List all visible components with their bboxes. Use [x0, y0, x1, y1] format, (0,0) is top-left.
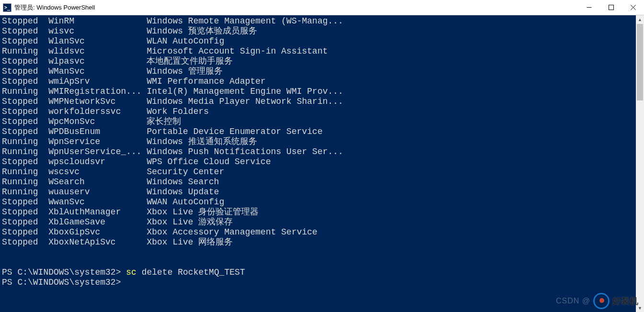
service-row: Stopped WPDBusEnum Portable Device Enume…	[2, 127, 634, 137]
command: sc	[126, 267, 141, 278]
service-row: Running wuauserv Windows Update	[2, 187, 634, 197]
service-row: Running WpnService Windows 推送通知系统服务	[2, 137, 634, 147]
window-titlebar: >_ 管理员: Windows PowerShell	[0, 0, 644, 15]
service-row: Stopped XblAuthManager Xbox Live 身份验证管理器	[2, 207, 634, 217]
service-row: Stopped WpcMonSvc 家长控制	[2, 117, 634, 127]
command-args: delete RocketMQ_TEST	[142, 267, 245, 278]
watermark: CSDN @ 好装机	[556, 293, 638, 309]
service-row: Stopped WManSvc Windows 管理服务	[2, 67, 634, 77]
prompt-prefix: PS C:\WINDOWS\system32>	[2, 278, 126, 288]
watermark-logo-icon	[593, 293, 610, 309]
service-row: Stopped XboxNetApiSvc Xbox Live 网络服务	[2, 237, 634, 247]
service-row: Stopped XblGameSave Xbox Live 游戏保存	[2, 217, 634, 227]
powershell-icon: >_	[3, 3, 11, 12]
service-row: Stopped wlpasvc 本地配置文件助手服务	[2, 56, 634, 67]
scroll-thumb[interactable]	[637, 24, 643, 100]
service-row: Stopped WlanSvc WLAN AutoConfig	[2, 36, 634, 46]
window-title: 管理员: Windows PowerShell	[14, 3, 95, 12]
service-row: Stopped wpscloudsvr WPS Office Cloud Ser…	[2, 157, 634, 167]
service-row: Stopped WwanSvc WWAN AutoConfig	[2, 197, 634, 207]
service-row: Stopped wmiApSrv WMI Performance Adapter	[2, 77, 634, 87]
service-row: Stopped XboxGipSvc Xbox Accessory Manage…	[2, 227, 634, 237]
service-row: Stopped workfolderssvc Work Folders	[2, 107, 634, 117]
prompt-line: PS C:\WINDOWS\system32> sc delete Rocket…	[2, 267, 634, 278]
vertical-scrollbar[interactable]: ▲ ▼	[636, 15, 644, 312]
service-row: Running wlidsvc Microsoft Account Sign-i…	[2, 46, 634, 56]
terminal-output[interactable]: Stopped WinRM Windows Remote Management …	[0, 15, 636, 312]
watermark-csdn: CSDN @	[556, 297, 590, 305]
scroll-up-arrow[interactable]: ▲	[636, 15, 644, 23]
service-row: Stopped WMPNetworkSvc Windows Media Play…	[2, 97, 634, 107]
watermark-brand: 好装机	[612, 295, 638, 307]
service-row: Stopped WinRM Windows Remote Management …	[2, 16, 634, 26]
close-button[interactable]	[622, 0, 644, 15]
maximize-button[interactable]	[600, 0, 622, 15]
svg-rect-1	[609, 5, 613, 10]
minimize-button[interactable]	[578, 0, 600, 15]
service-row: Running WpnUserService_... Windows Push …	[2, 147, 634, 157]
service-row: Stopped wisvc Windows 预览体验成员服务	[2, 26, 634, 36]
service-row: Running WSearch Windows Search	[2, 177, 634, 187]
service-row: Running WMIRegistration... Intel(R) Mana…	[2, 87, 634, 97]
prompt-prefix: PS C:\WINDOWS\system32>	[2, 267, 126, 278]
service-row: Running wscsvc Security Center	[2, 167, 634, 177]
prompt-line[interactable]: PS C:\WINDOWS\system32>	[2, 278, 634, 288]
